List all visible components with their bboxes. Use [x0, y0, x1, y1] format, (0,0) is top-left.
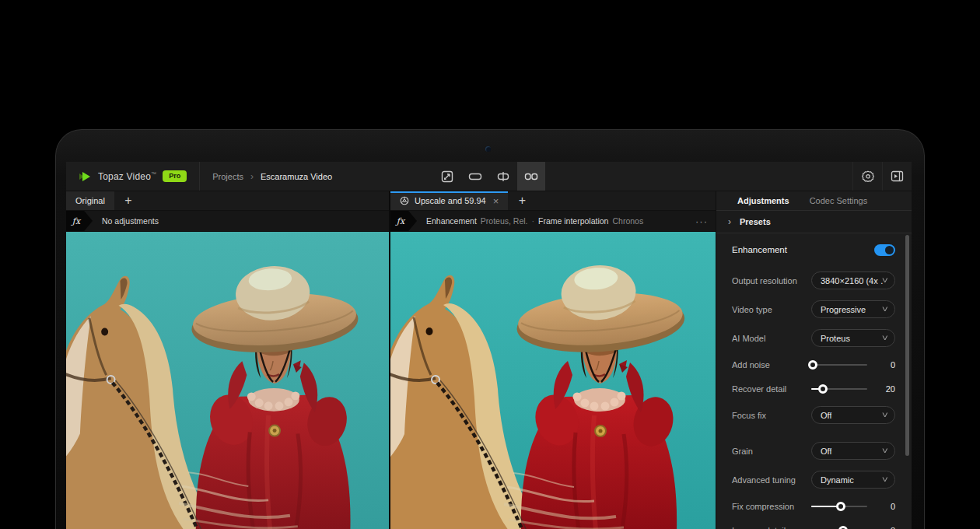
main-area: Original + ƒx No adjustments	[66, 191, 912, 529]
status-overflow-menu-icon[interactable]: ···	[695, 215, 708, 227]
render-panel-icon	[891, 170, 904, 182]
dropdown-value: Off	[821, 411, 831, 420]
upscale-status-bar: ƒx Enhancement Proteus, Rel. · Frame int…	[390, 211, 716, 232]
control-row-ai-model: AI Model Proteus ˅	[732, 324, 895, 352]
improve-detail-slider[interactable]	[811, 523, 867, 529]
control-row-fix-compression: Fix compression 0	[732, 494, 895, 518]
chevron-right-icon: ›	[728, 216, 731, 227]
brand-name: Topaz Video™	[98, 171, 156, 182]
breadcrumb-chevron-icon: ›	[250, 171, 254, 182]
split-view-icon	[496, 170, 510, 183]
chevron-down-icon: ˅	[882, 305, 888, 314]
video-type-dropdown[interactable]: Progressive ˅	[811, 300, 895, 318]
control-row-advanced-tuning: Advanced tuning Dynamic ˅	[732, 465, 895, 494]
ai-model-dropdown[interactable]: Proteus ˅	[811, 329, 895, 347]
status-separator: ·	[532, 216, 535, 226]
toggle-knob	[885, 246, 894, 254]
control-label: Grain	[732, 447, 753, 456]
upscale-tabbar: Upscale and 59.94 × +	[390, 191, 716, 211]
sidebar-tabs: Adjustments Codec Settings	[716, 191, 912, 210]
original-panel: Original + ƒx No adjustments	[66, 191, 389, 529]
slider-value: 8	[877, 526, 895, 529]
tab-upscale-label: Upscale and 59.94	[415, 196, 486, 205]
control-row-video-type: Video type Progressive ˅	[732, 295, 895, 324]
recover-detail-slider[interactable]	[811, 381, 867, 397]
trademark: ™	[151, 171, 156, 177]
view-mode-group	[433, 162, 545, 191]
dropdown-value: Dynamic	[821, 475, 854, 485]
slider-handle[interactable]	[838, 526, 848, 529]
video-preview-upscaled[interactable]	[390, 232, 716, 529]
top-toolbar: Topaz Video™ Pro Projects › Escaramuza V…	[66, 162, 912, 191]
advanced-tuning-dropdown[interactable]: Dynamic ˅	[811, 471, 895, 489]
pro-badge: Pro	[163, 170, 187, 182]
tab-original[interactable]: Original	[66, 191, 114, 210]
slider-handle[interactable]	[818, 384, 828, 394]
control-label: Focus fix	[732, 411, 766, 420]
control-row-add-noise: Add noise 0	[732, 352, 895, 377]
slider-track	[811, 364, 867, 366]
sidebar-scroll-area: Enhancement Output resolution 3840×2160 …	[716, 233, 912, 529]
close-icon[interactable]: ×	[493, 196, 499, 206]
single-view-button[interactable]	[461, 162, 489, 191]
fx-badge-icon: ƒx	[66, 211, 93, 231]
control-label: Fix compression	[732, 502, 794, 511]
focus-fix-dropdown[interactable]: Off ˅	[811, 406, 895, 424]
webcam-dot	[485, 146, 491, 152]
dropdown-value: 3840×2160 (4x …	[821, 276, 883, 286]
add-view-tab-button[interactable]: +	[508, 191, 536, 210]
side-by-side-view-button[interactable]	[517, 162, 545, 191]
control-label: Output resolution	[732, 276, 797, 286]
chevron-down-icon: ˅	[882, 334, 888, 342]
control-label: Improve detail	[732, 526, 786, 529]
gear-icon	[862, 170, 874, 183]
chevron-down-icon: ˅	[882, 475, 888, 484]
presets-section-header[interactable]: › Presets	[716, 210, 912, 233]
control-row-grain: Grain Off ˅	[732, 436, 895, 465]
add-view-tab-button[interactable]: +	[114, 191, 142, 210]
split-view-button[interactable]	[489, 162, 517, 191]
fix-compression-slider[interactable]	[811, 499, 867, 514]
slider-value: 20	[877, 384, 895, 394]
slider-handle[interactable]	[808, 360, 817, 370]
chevron-down-icon: ˅	[882, 447, 888, 455]
video-preview-original[interactable]	[66, 232, 389, 529]
sidebar-scrollbar[interactable]	[905, 235, 909, 456]
control-row-output-resolution: Output resolution 3840×2160 (4x … ˅	[732, 266, 895, 295]
slider-handle[interactable]	[836, 502, 845, 511]
upscaled-video-frame	[390, 232, 716, 529]
status-interpolation-value: Chronos	[612, 216, 643, 226]
tab-codec-settings[interactable]: Codec Settings	[810, 196, 868, 205]
enhancement-tab-icon	[400, 196, 409, 205]
control-label: AI Model	[732, 334, 765, 343]
upscale-panel: Upscale and 59.94 × + ƒx Enhancement Pro…	[390, 191, 716, 529]
original-tabbar: Original +	[66, 191, 389, 211]
status-enhancement-value: Proteus, Rel.	[481, 216, 528, 226]
tab-adjustments[interactable]: Adjustments	[737, 196, 789, 205]
fx-badge-icon: ƒx	[390, 211, 417, 231]
slider-value: 0	[877, 360, 895, 370]
control-row-improve-detail: Improve detail 8	[732, 518, 895, 529]
toolbar-right-group	[852, 162, 912, 191]
app-window: Topaz Video™ Pro Projects › Escaramuza V…	[66, 162, 912, 529]
output-resolution-dropdown[interactable]: 3840×2160 (4x … ˅	[811, 272, 895, 289]
side-by-side-icon	[524, 170, 538, 183]
enhancement-label: Enhancement	[732, 245, 787, 254]
control-row-recover-detail: Recover detail 20	[732, 377, 895, 401]
breadcrumb-projects[interactable]: Projects	[212, 172, 243, 181]
export-panel-toggle-button[interactable]	[882, 162, 912, 191]
brand-group: Topaz Video™ Pro	[66, 162, 199, 191]
tab-upscale[interactable]: Upscale and 59.94 ×	[390, 191, 508, 210]
enhancement-toggle[interactable]	[874, 244, 895, 256]
grain-dropdown[interactable]: Off ˅	[811, 442, 895, 460]
add-noise-slider[interactable]	[811, 357, 867, 373]
settings-button[interactable]	[852, 162, 882, 191]
dropdown-value: Progressive	[821, 305, 866, 314]
fit-screen-icon	[441, 170, 453, 183]
topaz-logo-icon	[79, 171, 92, 182]
slider-value: 0	[877, 502, 895, 511]
chevron-down-icon: ˅	[882, 276, 888, 285]
fit-screen-view-button[interactable]	[433, 162, 461, 191]
enhancement-row: Enhancement	[732, 238, 895, 261]
original-status-bar: ƒx No adjustments	[66, 211, 389, 232]
